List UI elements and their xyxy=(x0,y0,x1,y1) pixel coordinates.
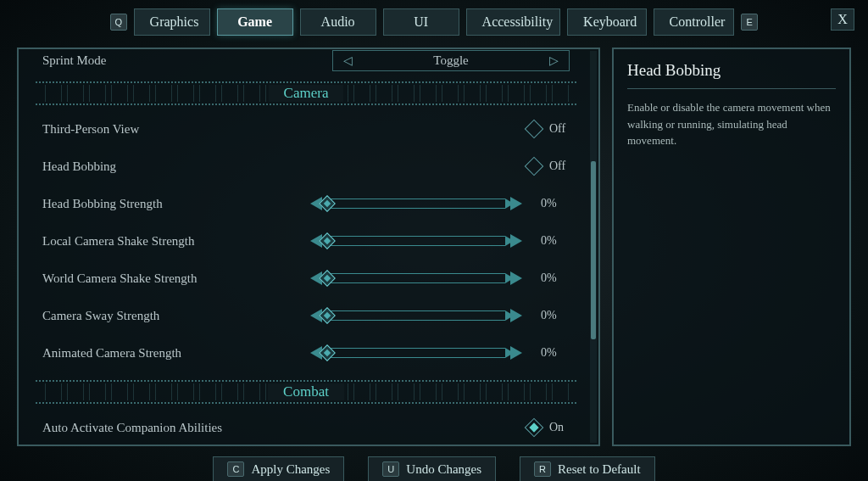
description-text: Enable or disable the camera movement wh… xyxy=(627,99,836,149)
slider-world-shake[interactable] xyxy=(310,271,522,285)
undo-button[interactable]: U Undo Changes xyxy=(368,456,496,481)
slider-increase-icon[interactable] xyxy=(510,271,522,285)
section-combat: Combat xyxy=(36,377,576,407)
slider-head-bobbing-strength[interactable] xyxy=(310,197,522,210)
slider-increase-icon[interactable] xyxy=(510,234,522,248)
tab-ui[interactable]: UI xyxy=(383,8,459,36)
apply-button[interactable]: C Apply Changes xyxy=(213,456,344,481)
section-camera: Camera xyxy=(36,78,576,109)
row-head-bobbing[interactable]: Head Bobbing Off xyxy=(36,148,576,185)
settings-panel: Sprint Mode ◁ Toggle ▷ Camera Third-Pers… xyxy=(17,48,600,446)
row-local-shake[interactable]: Local Camera Shake Strength 0% xyxy=(36,222,576,260)
chevron-right-icon[interactable]: ▷ xyxy=(549,53,559,68)
slider-increase-icon[interactable] xyxy=(510,197,522,210)
row-head-bobbing-strength[interactable]: Head Bobbing Strength 0% xyxy=(36,185,576,222)
label-sprint-mode: Sprint Mode xyxy=(42,53,288,68)
row-animated[interactable]: Animated Camera Strength 0% xyxy=(36,334,576,372)
slider-local-shake[interactable] xyxy=(310,234,522,248)
prev-tab-key: Q xyxy=(110,14,127,31)
tab-audio[interactable]: Audio xyxy=(300,8,376,36)
checkbox-auto-companion[interactable] xyxy=(525,418,544,438)
row-auto-companion[interactable]: Auto Activate Companion Abilities On xyxy=(36,409,576,446)
tab-controller[interactable]: Controller xyxy=(654,8,735,36)
top-tabbar: Q Graphics Game Audio UI Accessibility K… xyxy=(0,0,868,44)
reset-button[interactable]: R Reset to Default xyxy=(520,456,654,481)
close-button[interactable]: X xyxy=(831,8,854,31)
checkbox-head-bobbing[interactable] xyxy=(525,157,544,176)
description-title: Head Bobbing xyxy=(627,61,836,80)
row-world-shake[interactable]: World Camera Shake Strength 0% xyxy=(36,260,576,297)
row-third-person[interactable]: Third-Person View Off xyxy=(36,110,576,148)
scroll-thumb[interactable] xyxy=(591,161,596,339)
section-title-combat: Combat xyxy=(268,383,344,400)
selector-sprint-mode[interactable]: ◁ Toggle ▷ xyxy=(332,50,570,71)
slider-sway[interactable] xyxy=(310,309,522,322)
settings-content: Sprint Mode ◁ Toggle ▷ Camera Third-Pers… xyxy=(19,48,598,446)
description-panel: Head Bobbing Enable or disable the camer… xyxy=(612,48,851,446)
main: Sprint Mode ◁ Toggle ▷ Camera Third-Pers… xyxy=(0,44,868,446)
tab-keyboard[interactable]: Keyboard xyxy=(567,8,647,36)
bottom-action-bar: C Apply Changes U Undo Changes R Reset t… xyxy=(0,446,868,481)
slider-increase-icon[interactable] xyxy=(510,346,522,360)
tab-accessibility[interactable]: Accessibility xyxy=(466,8,560,36)
scrollbar[interactable] xyxy=(590,51,597,443)
section-title-camera: Camera xyxy=(269,85,344,102)
slider-increase-icon[interactable] xyxy=(510,309,522,322)
next-tab-key: E xyxy=(741,14,758,31)
chevron-left-icon[interactable]: ◁ xyxy=(343,53,353,68)
divider xyxy=(627,88,836,89)
selector-value: Toggle xyxy=(433,53,468,68)
slider-animated[interactable] xyxy=(310,346,522,360)
row-sprint-mode[interactable]: Sprint Mode ◁ Toggle ▷ xyxy=(36,48,576,73)
row-sway[interactable]: Camera Sway Strength 0% xyxy=(36,297,576,334)
tab-game[interactable]: Game xyxy=(217,8,293,36)
tab-graphics[interactable]: Graphics xyxy=(134,8,210,36)
checkbox-third-person[interactable] xyxy=(525,120,544,139)
